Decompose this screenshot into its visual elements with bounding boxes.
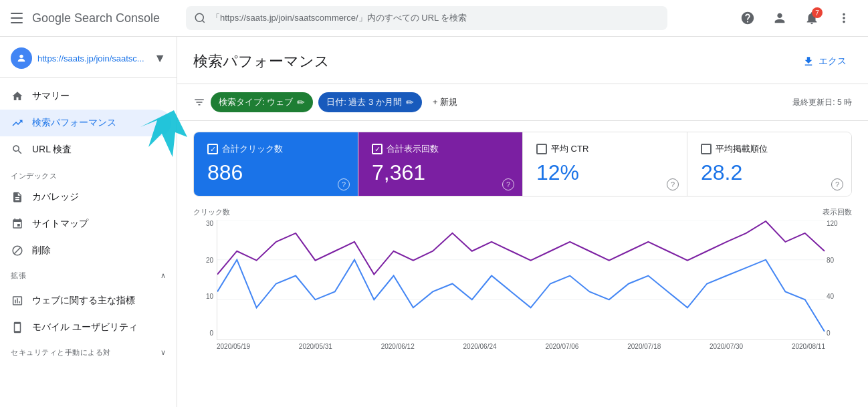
position-label-text: 平均掲載順位 xyxy=(716,143,768,155)
clicks-help-icon[interactable]: ? xyxy=(338,178,350,190)
account-button[interactable] xyxy=(766,5,793,31)
notification-count: 7 xyxy=(812,7,823,18)
impressions-checkbox[interactable] xyxy=(372,144,383,154)
expand-icon: ∨ xyxy=(160,348,167,357)
position-help-icon[interactable]: ? xyxy=(831,178,843,190)
y-tick-right-40: 40 xyxy=(827,293,834,300)
main-layout: https://saats.jp/join/saatsc... ▼ サマリー 検… xyxy=(0,37,868,407)
add-filter-label: + 新規 xyxy=(433,96,457,108)
search-type-filter-chip[interactable]: 検索タイプ: ウェブ ✏ xyxy=(211,92,313,112)
sidebar-item-coverage[interactable]: カバレッジ xyxy=(0,184,171,211)
sidebar-item-web-vitals[interactable]: ウェブに関する主な指標 xyxy=(0,287,171,314)
security-section-toggle[interactable]: セキュリティと手動による対 ∨ xyxy=(0,341,177,364)
x-axis-labels: 2020/05/19 2020/05/31 2020/06/12 2020/06… xyxy=(217,343,825,350)
page-header: 検索パフォーマンス エクス xyxy=(177,37,868,84)
y-tick-right-0: 0 xyxy=(827,329,831,337)
ctr-help-icon[interactable]: ? xyxy=(667,178,679,190)
metric-card-clicks[interactable]: 合計クリック数 886 ? xyxy=(194,132,358,196)
metric-card-ctr[interactable]: 平均 CTR 12% ? xyxy=(523,132,687,196)
account-selector[interactable]: https://saats.jp/join/saatsc... ▼ xyxy=(0,42,177,78)
sidebar-item-url-inspection-label: URL 検査 xyxy=(32,144,72,156)
y-tick-left-0: 0 xyxy=(209,329,213,337)
search-placeholder-text: 「https://saats.jp/join/saatscommerce/」内の… xyxy=(211,12,467,24)
ctr-value: 12% xyxy=(536,160,673,185)
page-title: 検索パフォーマンス xyxy=(193,51,330,72)
svg-line-1 xyxy=(202,20,204,22)
search-icon xyxy=(194,12,206,24)
x-label-0519: 2020/05/19 xyxy=(217,343,250,350)
position-checkbox[interactable] xyxy=(701,144,712,154)
sidebar-item-removals[interactable]: 削除 xyxy=(0,237,171,264)
x-label-0718: 2020/07/18 xyxy=(627,343,661,350)
sidebar-item-mobile-usability[interactable]: モバイル ユーザビリティ xyxy=(0,314,171,341)
hamburger-menu-icon[interactable] xyxy=(11,10,27,26)
block-icon xyxy=(11,244,24,257)
impressions-label-text: 合計表示回数 xyxy=(387,143,439,155)
metric-position-label: 平均掲載順位 xyxy=(701,143,838,155)
svg-point-2 xyxy=(19,55,23,58)
sidebar-item-search-performance-label: 検索パフォーマンス xyxy=(32,117,116,129)
index-section-label: インデックス xyxy=(0,163,177,184)
x-label-0730: 2020/07/30 xyxy=(710,343,743,350)
sidebar-item-mobile-usability-label: モバイル ユーザビリティ xyxy=(32,321,138,333)
account-avatar xyxy=(11,47,32,69)
metric-card-impressions[interactable]: 合計表示回数 7,361 ? xyxy=(358,132,523,196)
chevron-down-icon: ▼ xyxy=(154,51,166,65)
y-tick-left-10: 10 xyxy=(206,293,213,300)
add-filter-button[interactable]: + 新規 xyxy=(427,92,463,112)
impressions-help-icon[interactable]: ? xyxy=(502,178,514,190)
metrics-row: 合計クリック数 886 ? 合計表示回数 7,361 ? 平均 CTR 12% xyxy=(193,132,852,196)
y-tick-right-80: 80 xyxy=(827,257,834,264)
main-content: 検索パフォーマンス エクス 検索タイプ: ウェブ ✏ 日付: 過去 3 か月間 … xyxy=(177,37,868,407)
security-label: セキュリティと手動による対 xyxy=(11,348,111,358)
y-axis-right-label: 表示回数 xyxy=(823,207,852,217)
ctr-label-text: 平均 CTR xyxy=(551,143,588,155)
sidebar-item-summary-label: サマリー xyxy=(32,90,70,102)
y-axis-right: 120 80 40 0 xyxy=(827,220,852,337)
clicks-line xyxy=(217,260,825,331)
x-label-0811: 2020/08/11 xyxy=(792,343,825,350)
app-logo-text: Google Search Console xyxy=(32,11,160,25)
y-axis-left: 30 20 10 0 xyxy=(193,220,213,337)
metric-ctr-label: 平均 CTR xyxy=(536,143,673,155)
notifications-button[interactable]: 7 xyxy=(798,5,825,31)
home-icon xyxy=(11,90,24,103)
svg-point-0 xyxy=(195,13,203,21)
impressions-line xyxy=(217,221,825,275)
person-icon xyxy=(772,11,787,25)
y-tick-left-30: 30 xyxy=(206,220,213,227)
metric-clicks-label: 合計クリック数 xyxy=(207,143,344,155)
mobile-icon xyxy=(11,321,24,334)
sidebar-item-web-vitals-label: ウェブに関する主な指標 xyxy=(32,295,135,307)
sitemap-icon xyxy=(11,217,24,231)
impressions-value: 7,361 xyxy=(372,160,509,185)
ctr-checkbox[interactable] xyxy=(536,144,547,154)
export-label: エクス xyxy=(819,55,847,67)
enhancements-label: 拡張 xyxy=(11,271,26,281)
more-options-button[interactable] xyxy=(831,5,857,31)
x-label-0612: 2020/06/12 xyxy=(381,343,415,350)
export-button[interactable]: エクス xyxy=(797,50,852,73)
y-tick-left-20: 20 xyxy=(206,257,213,264)
search-type-chip-label: 検索タイプ: ウェブ xyxy=(219,96,293,108)
chart-icon xyxy=(11,294,24,307)
clicks-checkbox[interactable] xyxy=(207,144,218,154)
sidebar-item-sitemaps[interactable]: サイトマップ xyxy=(0,211,171,237)
x-label-0531: 2020/05/31 xyxy=(299,343,332,350)
last-updated-text: 最終更新日: 5 時 xyxy=(792,97,852,108)
position-value: 28.2 xyxy=(701,160,838,185)
header-logo: Google Search Console xyxy=(11,10,178,26)
help-button[interactable] xyxy=(734,5,761,31)
doc-icon xyxy=(11,190,24,204)
metric-card-position[interactable]: 平均掲載順位 28.2 ? xyxy=(687,132,851,196)
enhancements-section-toggle[interactable]: 拡張 ∧ xyxy=(0,264,177,287)
top-header: Google Search Console 「https://saats.jp/… xyxy=(0,0,868,37)
sidebar-item-search-performance[interactable]: 検索パフォーマンス xyxy=(0,110,171,136)
search-bar[interactable]: 「https://saats.jp/join/saatscommerce/」内の… xyxy=(186,6,667,30)
date-filter-chip[interactable]: 日付: 過去 3 か月間 ✏ xyxy=(318,92,422,112)
y-axis-left-label: クリック数 xyxy=(193,207,230,217)
sidebar-item-summary[interactable]: サマリー xyxy=(0,83,171,110)
sidebar-item-url-inspection[interactable]: URL 検査 xyxy=(0,136,171,163)
sidebar-item-coverage-label: カバレッジ xyxy=(32,191,79,203)
chart-axis-labels: クリック数 表示回数 xyxy=(193,207,852,217)
